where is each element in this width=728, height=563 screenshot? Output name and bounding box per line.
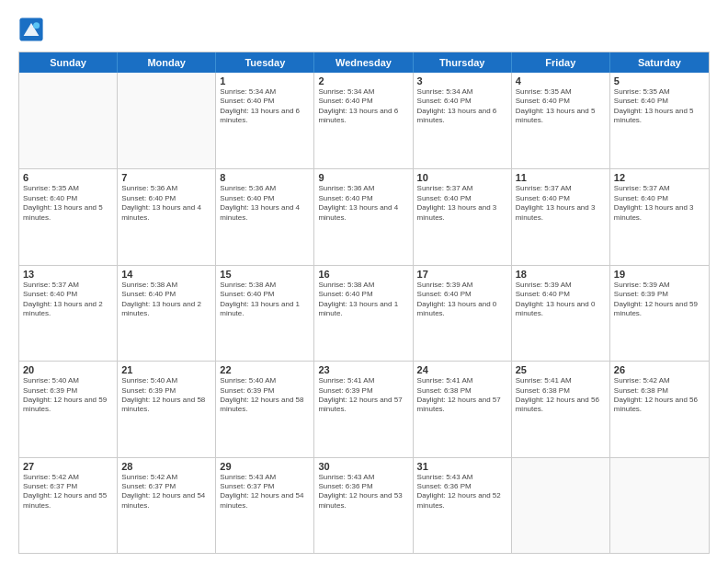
day-number: 4 xyxy=(516,75,606,86)
calendar-row-4: 27Sunrise: 5:42 AM Sunset: 6:37 PM Dayli… xyxy=(19,457,709,553)
calendar-cell-2: 2Sunrise: 5:34 AM Sunset: 6:40 PM Daylig… xyxy=(314,73,413,168)
header xyxy=(18,17,710,42)
day-info: Sunrise: 5:41 AM Sunset: 6:38 PM Dayligh… xyxy=(417,376,507,415)
day-number: 2 xyxy=(318,75,408,86)
day-number: 3 xyxy=(417,75,507,86)
calendar-cell-29: 29Sunrise: 5:43 AM Sunset: 6:37 PM Dayli… xyxy=(216,458,314,553)
day-info: Sunrise: 5:42 AM Sunset: 6:38 PM Dayligh… xyxy=(614,376,705,415)
logo xyxy=(18,17,48,42)
calendar-cell-10: 10Sunrise: 5:37 AM Sunset: 6:40 PM Dayli… xyxy=(414,169,512,264)
weekday-header-wednesday: Wednesday xyxy=(314,52,413,73)
calendar-row-1: 6Sunrise: 5:35 AM Sunset: 6:40 PM Daylig… xyxy=(19,168,709,264)
day-number: 9 xyxy=(318,172,408,183)
calendar-cell-20: 20Sunrise: 5:40 AM Sunset: 6:39 PM Dayli… xyxy=(19,362,118,456)
day-info: Sunrise: 5:35 AM Sunset: 6:40 PM Dayligh… xyxy=(23,184,113,223)
calendar-cell-7: 7Sunrise: 5:36 AM Sunset: 6:40 PM Daylig… xyxy=(118,169,216,264)
calendar-cell-22: 22Sunrise: 5:40 AM Sunset: 6:39 PM Dayli… xyxy=(216,362,314,456)
calendar-cell-11: 11Sunrise: 5:37 AM Sunset: 6:40 PM Dayli… xyxy=(512,169,610,264)
day-info: Sunrise: 5:37 AM Sunset: 6:40 PM Dayligh… xyxy=(614,184,705,223)
weekday-header-friday: Friday xyxy=(512,52,610,73)
day-number: 13 xyxy=(23,269,113,280)
calendar-cell-31: 31Sunrise: 5:43 AM Sunset: 6:36 PM Dayli… xyxy=(414,458,512,553)
calendar: SundayMondayTuesdayWednesdayThursdayFrid… xyxy=(18,52,710,554)
day-number: 16 xyxy=(318,269,408,280)
calendar-cell-24: 24Sunrise: 5:41 AM Sunset: 6:38 PM Dayli… xyxy=(414,362,512,456)
day-number: 31 xyxy=(417,461,507,472)
day-number: 27 xyxy=(23,461,113,472)
weekday-header-tuesday: Tuesday xyxy=(216,52,314,73)
weekday-header-monday: Monday xyxy=(118,52,216,73)
day-info: Sunrise: 5:37 AM Sunset: 6:40 PM Dayligh… xyxy=(516,184,606,223)
day-info: Sunrise: 5:34 AM Sunset: 6:40 PM Dayligh… xyxy=(318,87,408,126)
calendar-cell-30: 30Sunrise: 5:43 AM Sunset: 6:36 PM Dayli… xyxy=(314,458,413,553)
calendar-cell-16: 16Sunrise: 5:38 AM Sunset: 6:40 PM Dayli… xyxy=(314,266,413,361)
day-number: 22 xyxy=(220,364,310,375)
calendar-row-3: 20Sunrise: 5:40 AM Sunset: 6:39 PM Dayli… xyxy=(19,361,709,456)
calendar-cell-19: 19Sunrise: 5:39 AM Sunset: 6:39 PM Dayli… xyxy=(610,266,709,361)
day-info: Sunrise: 5:38 AM Sunset: 6:40 PM Dayligh… xyxy=(318,281,408,319)
day-number: 24 xyxy=(417,364,507,375)
day-number: 14 xyxy=(121,269,211,280)
day-number: 8 xyxy=(220,172,310,183)
day-info: Sunrise: 5:38 AM Sunset: 6:40 PM Dayligh… xyxy=(220,281,310,319)
day-number: 7 xyxy=(121,172,211,183)
day-number: 23 xyxy=(318,364,408,375)
calendar-cell-28: 28Sunrise: 5:42 AM Sunset: 6:37 PM Dayli… xyxy=(118,458,216,553)
calendar-header: SundayMondayTuesdayWednesdayThursdayFrid… xyxy=(19,52,709,73)
calendar-cell-27: 27Sunrise: 5:42 AM Sunset: 6:37 PM Dayli… xyxy=(19,458,118,553)
day-number: 19 xyxy=(614,269,705,280)
calendar-cell-17: 17Sunrise: 5:39 AM Sunset: 6:40 PM Dayli… xyxy=(414,266,512,361)
day-info: Sunrise: 5:43 AM Sunset: 6:36 PM Dayligh… xyxy=(417,473,507,511)
day-number: 28 xyxy=(121,461,211,472)
calendar-cell-empty-0-1 xyxy=(118,73,216,168)
day-number: 20 xyxy=(23,364,113,375)
calendar-cell-6: 6Sunrise: 5:35 AM Sunset: 6:40 PM Daylig… xyxy=(19,169,118,264)
calendar-cell-26: 26Sunrise: 5:42 AM Sunset: 6:38 PM Dayli… xyxy=(610,362,709,456)
day-info: Sunrise: 5:42 AM Sunset: 6:37 PM Dayligh… xyxy=(121,473,211,511)
calendar-cell-15: 15Sunrise: 5:38 AM Sunset: 6:40 PM Dayli… xyxy=(216,266,314,361)
day-number: 1 xyxy=(220,75,310,86)
calendar-cell-empty-0-0 xyxy=(19,73,118,168)
calendar-cell-12: 12Sunrise: 5:37 AM Sunset: 6:40 PM Dayli… xyxy=(610,169,709,264)
day-info: Sunrise: 5:41 AM Sunset: 6:39 PM Dayligh… xyxy=(318,376,408,415)
day-number: 10 xyxy=(417,172,507,183)
day-number: 25 xyxy=(516,364,606,375)
day-info: Sunrise: 5:40 AM Sunset: 6:39 PM Dayligh… xyxy=(23,376,113,415)
day-info: Sunrise: 5:39 AM Sunset: 6:40 PM Dayligh… xyxy=(417,281,507,319)
calendar-cell-14: 14Sunrise: 5:38 AM Sunset: 6:40 PM Dayli… xyxy=(118,266,216,361)
calendar-cell-13: 13Sunrise: 5:37 AM Sunset: 6:40 PM Dayli… xyxy=(19,266,118,361)
day-info: Sunrise: 5:37 AM Sunset: 6:40 PM Dayligh… xyxy=(23,281,113,319)
day-number: 21 xyxy=(121,364,211,375)
calendar-cell-4: 4Sunrise: 5:35 AM Sunset: 6:40 PM Daylig… xyxy=(512,73,610,168)
day-info: Sunrise: 5:35 AM Sunset: 6:40 PM Dayligh… xyxy=(516,87,606,126)
calendar-cell-23: 23Sunrise: 5:41 AM Sunset: 6:39 PM Dayli… xyxy=(314,362,413,456)
day-number: 5 xyxy=(614,75,705,86)
calendar-row-0: 1Sunrise: 5:34 AM Sunset: 6:40 PM Daylig… xyxy=(19,73,709,168)
day-info: Sunrise: 5:41 AM Sunset: 6:38 PM Dayligh… xyxy=(516,376,606,415)
day-info: Sunrise: 5:42 AM Sunset: 6:37 PM Dayligh… xyxy=(23,473,113,511)
day-number: 29 xyxy=(220,461,310,472)
calendar-cell-empty-4-5 xyxy=(512,458,610,553)
svg-point-2 xyxy=(33,22,40,29)
day-info: Sunrise: 5:35 AM Sunset: 6:40 PM Dayligh… xyxy=(614,87,705,126)
weekday-header-thursday: Thursday xyxy=(414,52,512,73)
day-info: Sunrise: 5:34 AM Sunset: 6:40 PM Dayligh… xyxy=(417,87,507,126)
calendar-body: 1Sunrise: 5:34 AM Sunset: 6:40 PM Daylig… xyxy=(19,73,709,553)
day-number: 30 xyxy=(318,461,408,472)
weekday-header-sunday: Sunday xyxy=(19,52,118,73)
day-info: Sunrise: 5:39 AM Sunset: 6:40 PM Dayligh… xyxy=(516,281,606,319)
day-info: Sunrise: 5:34 AM Sunset: 6:40 PM Dayligh… xyxy=(220,87,310,126)
day-info: Sunrise: 5:43 AM Sunset: 6:37 PM Dayligh… xyxy=(220,473,310,511)
weekday-header-saturday: Saturday xyxy=(610,52,709,73)
day-number: 12 xyxy=(614,172,705,183)
day-number: 26 xyxy=(614,364,705,375)
day-info: Sunrise: 5:39 AM Sunset: 6:39 PM Dayligh… xyxy=(614,281,705,319)
day-info: Sunrise: 5:36 AM Sunset: 6:40 PM Dayligh… xyxy=(318,184,408,223)
calendar-cell-empty-4-6 xyxy=(610,458,709,553)
day-number: 11 xyxy=(516,172,606,183)
day-number: 17 xyxy=(417,269,507,280)
day-number: 6 xyxy=(23,172,113,183)
calendar-cell-18: 18Sunrise: 5:39 AM Sunset: 6:40 PM Dayli… xyxy=(512,266,610,361)
calendar-row-2: 13Sunrise: 5:37 AM Sunset: 6:40 PM Dayli… xyxy=(19,265,709,361)
calendar-cell-25: 25Sunrise: 5:41 AM Sunset: 6:38 PM Dayli… xyxy=(512,362,610,456)
